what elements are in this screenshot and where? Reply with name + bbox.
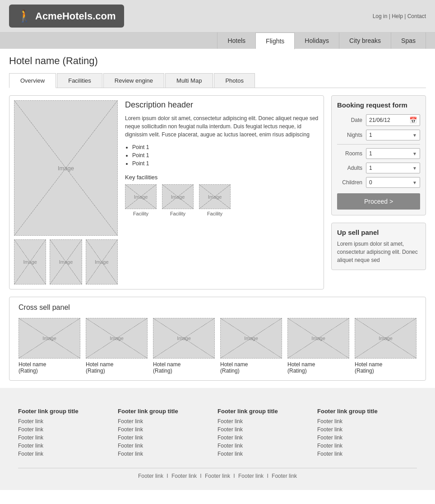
footer-col-3-link-3[interactable]: Footer link [218, 434, 317, 441]
proceed-button[interactable]: Proceed > [337, 193, 420, 210]
cross-sell-item-3[interactable]: Image Hotel name(Rating) [153, 318, 215, 374]
cross-sell-image-1: Image [19, 318, 80, 359]
footer-col-1-link-4[interactable]: Footer link [18, 443, 118, 449]
cross-sell-item-4[interactable]: Image Hotel name(Rating) [220, 318, 282, 374]
footer-col-3-link-1[interactable]: Footer link [218, 418, 317, 425]
upsell-panel: Up sell panel Lorem ipsum dolor sit amet… [331, 223, 426, 270]
description-col: Description header Lorem ipsum dolor sit… [118, 100, 319, 285]
footer-col-1-link-1[interactable]: Footer link [18, 418, 118, 425]
nav: Hotels Flights Holidays City breaks Spas [0, 33, 435, 49]
footer-col-4-link-3[interactable]: Footer link [317, 434, 417, 441]
footer-col-3: Footer link group title Footer link Foot… [218, 408, 317, 459]
cross-sell-items: Image Hotel name(Rating) Image Hotel nam… [19, 318, 416, 374]
cross-sell-item-1[interactable]: Image Hotel name(Rating) [19, 318, 80, 374]
tab-photos[interactable]: Photos [214, 73, 255, 88]
facility-item-2: Image Facility [162, 184, 194, 216]
logo-icon: 🚶 [17, 9, 32, 23]
header-links: Log in | Help | Contact [373, 13, 426, 19]
tab-multi-map[interactable]: Multi Map [165, 73, 213, 88]
footer-col-4-link-2[interactable]: Footer link [317, 426, 417, 433]
footer-col-4-link-1[interactable]: Footer link [317, 418, 417, 425]
login-link[interactable]: Log in [373, 13, 388, 19]
cross-sell-name-1: Hotel name(Rating) [19, 361, 80, 374]
nav-holidays[interactable]: Holidays [295, 33, 339, 49]
description-header: Description header [125, 100, 319, 110]
footer-bottom-link-5[interactable]: Footer link [272, 473, 297, 479]
calendar-icon: 📅 [409, 117, 417, 124]
cross-sell-name-6: Hotel name(Rating) [355, 361, 416, 374]
footer-columns: Footer link group title Footer link Foot… [18, 408, 417, 459]
nav-hotels[interactable]: Hotels [217, 33, 256, 49]
contact-link[interactable]: Contact [407, 13, 426, 19]
cross-sell-name-4: Hotel name(Rating) [220, 361, 282, 374]
date-row: Date 21/06/12 📅 [337, 114, 420, 126]
footer-col-3-link-2[interactable]: Footer link [218, 426, 317, 433]
booking-form: Booking request form Date 21/06/12 📅 Nig… [331, 95, 426, 215]
main-image: Image [14, 100, 118, 236]
header: 🚶 AcmeHotels.com Log in | Help | Contact [0, 0, 435, 33]
rooms-label: Rooms [337, 150, 362, 157]
right-panel: Booking request form Date 21/06/12 📅 Nig… [331, 95, 426, 289]
cross-sell-image-6: Image [355, 318, 416, 359]
children-select[interactable]: 0 ▼ [366, 177, 420, 188]
footer-col-3-link-5[interactable]: Footer link [218, 451, 317, 457]
nights-arrow: ▼ [412, 133, 417, 138]
children-row: Children 0 ▼ [337, 177, 420, 188]
children-arrow: ▼ [412, 180, 417, 185]
facility-label-2: Facility [170, 211, 185, 216]
facility-image-3: Image [199, 184, 231, 209]
small-image-3: Image [86, 239, 118, 285]
nav-flights[interactable]: Flights [256, 33, 295, 49]
adults-label: Adults [337, 165, 362, 171]
footer-col-2-link-5[interactable]: Footer link [118, 451, 218, 457]
date-label: Date [337, 117, 362, 123]
nights-label: Nights [337, 132, 362, 138]
tabs: Overview Facilities Review engine Multi … [9, 73, 426, 88]
footer: Footer link group title Footer link Foot… [0, 397, 435, 490]
upsell-text: Lorem ipsum dolor sit amet, consectetur … [337, 240, 420, 264]
footer-col-4-link-4[interactable]: Footer link [317, 443, 417, 449]
logo-text: AcmeHotels.com [35, 10, 116, 22]
cross-sell-item-6[interactable]: Image Hotel name(Rating) [355, 318, 416, 374]
footer-col-2-link-3[interactable]: Footer link [118, 434, 218, 441]
facility-label-1: Facility [133, 211, 148, 216]
form-separator [337, 144, 420, 145]
footer-bottom-link-1[interactable]: Footer link [138, 473, 163, 479]
tab-overview[interactable]: Overview [9, 73, 56, 88]
page-title: Hotel name (Rating) [0, 49, 435, 73]
footer-col-1-link-5[interactable]: Footer link [18, 451, 118, 457]
cross-sell-name-3: Hotel name(Rating) [153, 361, 215, 374]
rooms-select[interactable]: 1 ▼ [366, 148, 420, 159]
cross-sell-item-5[interactable]: Image Hotel name(Rating) [287, 318, 349, 374]
nav-city-breaks[interactable]: City breaks [339, 33, 391, 49]
adults-select[interactable]: 1 ▼ [366, 163, 420, 173]
cross-sell-item-2[interactable]: Image Hotel name(Rating) [86, 318, 148, 374]
description-body: Lorem ipsum dolor sit amet, consectetur … [125, 114, 319, 139]
footer-col-4-link-5[interactable]: Footer link [317, 451, 417, 457]
booking-form-title: Booking request form [337, 101, 420, 109]
footer-col-1-link-3[interactable]: Footer link [18, 434, 118, 441]
footer-col-4: Footer link group title Footer link Foot… [317, 408, 417, 459]
footer-col-3-link-4[interactable]: Footer link [218, 443, 317, 449]
logo[interactable]: 🚶 AcmeHotels.com [9, 5, 124, 28]
footer-col-1-link-2[interactable]: Footer link [18, 426, 118, 433]
cross-sell-panel: Cross sell panel Image Hotel name(Rating… [9, 297, 426, 381]
footer-col-2-link-4[interactable]: Footer link [118, 443, 218, 449]
facility-image-2: Image [162, 184, 194, 209]
help-link[interactable]: Help [392, 13, 403, 19]
nav-spas[interactable]: Spas [391, 33, 426, 49]
tab-review-engine[interactable]: Review engine [103, 73, 164, 88]
footer-col-2-link-2[interactable]: Footer link [118, 426, 218, 433]
footer-bottom-link-4[interactable]: Footer link [238, 473, 264, 479]
rooms-row: Rooms 1 ▼ [337, 148, 420, 159]
small-image-1: Image [14, 239, 46, 285]
nights-select[interactable]: 1 ▼ [366, 130, 420, 140]
tab-facilities[interactable]: Facilities [57, 73, 102, 88]
cross-sell-image-4: Image [220, 318, 282, 359]
rooms-arrow: ▼ [412, 151, 417, 156]
footer-bottom-link-2[interactable]: Footer link [171, 473, 197, 479]
date-input[interactable]: 21/06/12 📅 [366, 114, 420, 126]
footer-col-2-link-1[interactable]: Footer link [118, 418, 218, 425]
nights-row: Nights 1 ▼ [337, 130, 420, 140]
footer-bottom-link-3[interactable]: Footer link [205, 473, 230, 479]
